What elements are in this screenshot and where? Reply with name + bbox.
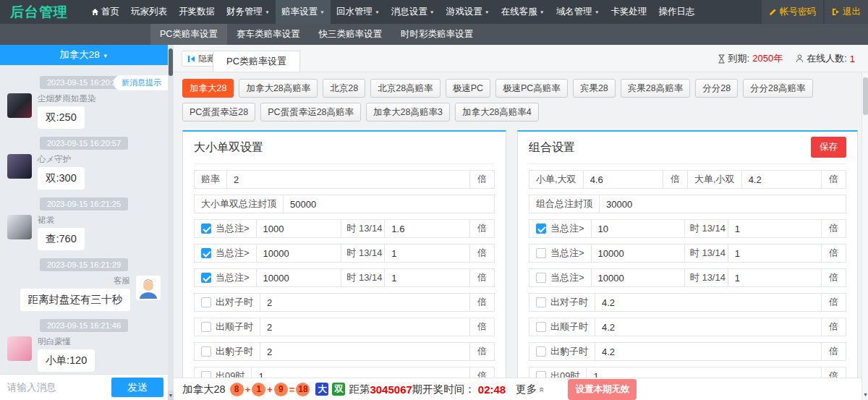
combo2-input[interactable] (742, 171, 821, 188)
factor-input[interactable] (595, 294, 821, 311)
game-button[interactable]: 加拿大28高赔率3 (366, 103, 450, 122)
nav-item-online-service[interactable]: 在线客服▼ (495, 0, 550, 24)
factor-input[interactable] (385, 220, 469, 237)
game-button[interactable]: 分分28高赔率 (743, 79, 812, 98)
subtab-racing-odds[interactable]: 赛车类赔率设置 (227, 24, 310, 45)
rule-checkbox[interactable] (201, 322, 211, 332)
rule-checkbox[interactable] (536, 297, 546, 307)
nav-item-draw-data[interactable]: 开奖数据 (173, 0, 221, 24)
factor-input[interactable] (728, 269, 821, 286)
factor-input[interactable] (385, 244, 469, 262)
scroll-down-icon[interactable]: ▼ (862, 391, 868, 399)
factor-input[interactable] (595, 318, 821, 336)
scroll-down-icon[interactable]: ▼ (168, 391, 174, 400)
rule-checkbox[interactable] (536, 248, 546, 258)
scrollbar-thumb[interactable] (863, 77, 868, 115)
nav-item-home[interactable]: 首页 (85, 0, 125, 24)
chat-sidebar: 加拿大28▼ 2023-09-15 16:20:22 新消息提示 尘烟梦雨如墨染… (0, 45, 174, 400)
game-button[interactable]: PC蛋蛋幸运28高赔率 (260, 103, 361, 122)
game-button[interactable]: 极速PC高赔率 (495, 79, 568, 98)
threshold-input[interactable] (257, 269, 341, 286)
save-button[interactable]: 保存 (811, 137, 846, 158)
factor-input[interactable] (385, 269, 469, 286)
main-scrollbar[interactable]: ▼ (861, 72, 868, 400)
nav-item-operation-log[interactable]: 操作日志 (653, 0, 701, 24)
chat-message-input[interactable] (7, 382, 111, 393)
sidebar-scrollbar[interactable]: ▼ (168, 45, 174, 400)
game-button[interactable]: 加拿大28高赔率 (239, 79, 318, 98)
game-button[interactable]: 加拿大28高赔率4 (455, 103, 539, 122)
unit-label: 倍 (821, 294, 846, 311)
factor-input[interactable] (728, 220, 821, 237)
nav-item-player-list[interactable]: 玩家列表 (125, 0, 173, 24)
factor-input[interactable] (728, 244, 821, 262)
factor-input[interactable] (260, 294, 469, 311)
total-cap-input[interactable] (284, 195, 494, 213)
scrollbar-thumb[interactable] (169, 48, 173, 76)
service-avatar (136, 276, 161, 300)
rule-checkbox[interactable] (201, 273, 211, 283)
draw-number: 1 (252, 383, 265, 396)
rule-checkbox[interactable] (536, 322, 546, 332)
threshold-input[interactable] (592, 244, 684, 262)
logout-button[interactable]: 退出 (825, 0, 868, 24)
rule-label: 当总注> (550, 222, 584, 235)
rule-checkbox[interactable] (201, 248, 211, 258)
nav-item-finance[interactable]: 财务管理▼ (221, 0, 276, 24)
nav-item-rebate[interactable]: 回水管理▼ (331, 0, 386, 24)
game-button[interactable]: PC蛋蛋幸运28 (182, 103, 255, 122)
field-label: 赔率 (195, 171, 226, 188)
rule-checkbox[interactable] (201, 346, 211, 357)
draw-number: 8 (230, 383, 244, 396)
game-button-canada28[interactable]: 加拿大28 (182, 79, 234, 98)
rule-checkbox[interactable] (536, 224, 546, 234)
threshold-input[interactable] (592, 269, 684, 286)
chat-time-row: 2023-09-15 16:20:57 (7, 136, 161, 150)
subtab-shishicai-odds[interactable]: 时时彩类赔率设置 (391, 24, 482, 45)
nav-item-odds-settings[interactable]: 赔率设置▼ (276, 0, 331, 24)
unit-label: 倍 (821, 220, 846, 237)
chat-username: 心メ守护 (38, 154, 85, 165)
subtab-pc-odds[interactable]: PC类赔率设置 (150, 24, 227, 45)
threshold-input[interactable] (257, 244, 341, 262)
chat-bubble: 双:300 (38, 167, 85, 190)
new-message-toggle[interactable]: 新消息提示 (114, 75, 168, 90)
account-password-button[interactable]: 帐号密码 (762, 0, 823, 24)
threshold-rule-row: 当总注> 时 13/14 倍 (194, 219, 495, 238)
factor-input[interactable] (595, 343, 821, 360)
rule-checkbox[interactable] (201, 297, 211, 307)
tab-pc-odds-settings[interactable]: PC类赔率设置 (213, 51, 300, 72)
factor-input[interactable] (260, 318, 469, 336)
invalidate-issue-button[interactable]: 设置本期无效 (568, 379, 637, 400)
game-button[interactable]: 宾果28 (573, 79, 616, 98)
nav-item-domain[interactable]: 域名管理▼ (550, 0, 605, 24)
threshold-input[interactable] (592, 220, 684, 237)
rule-checkbox[interactable] (536, 273, 546, 283)
avatar (7, 336, 32, 361)
subtab-kuai3-odds[interactable]: 快三类赔率设置 (309, 24, 391, 45)
unit-label: 倍 (821, 343, 846, 360)
rule-label: 出顺子时 (550, 320, 588, 333)
nav-item-game-settings[interactable]: 游戏设置▼ (441, 0, 495, 24)
game-button[interactable]: 北京28高赔率 (370, 79, 440, 98)
threshold-rule-row: 当总注> 时 13/14 倍 (529, 268, 846, 287)
combo1-input[interactable] (584, 171, 663, 188)
unit-label: 倍 (821, 318, 846, 336)
more-toggle[interactable]: 更多 « (516, 383, 545, 396)
game-button[interactable]: 极速PC (446, 79, 490, 98)
rule-checkbox[interactable] (536, 346, 546, 357)
room-selector[interactable]: 加拿大28▼ (0, 45, 168, 65)
total-cap-input[interactable] (600, 195, 846, 213)
threshold-input[interactable] (257, 220, 341, 237)
send-button[interactable]: 发送 (111, 378, 163, 397)
rule-checkbox[interactable] (201, 224, 211, 234)
nav-item-message-settings[interactable]: 消息设置▼ (386, 0, 441, 24)
brand-logo: 后台管理 (0, 0, 85, 24)
rule-label: 当总注> (216, 222, 250, 235)
factor-input[interactable] (260, 343, 469, 360)
game-button[interactable]: 分分28 (695, 79, 738, 98)
game-button[interactable]: 宾果28高赔率 (621, 79, 690, 98)
odds-rate-input[interactable] (227, 171, 469, 188)
game-button[interactable]: 北京28 (323, 79, 365, 98)
nav-item-card-prize[interactable]: 卡奖处理 (605, 0, 653, 24)
